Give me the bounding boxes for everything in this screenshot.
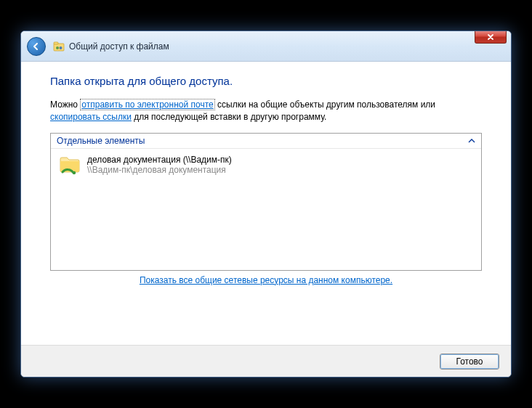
close-button[interactable]: [475, 30, 507, 44]
dialog-window: Общий доступ к файлам Папка открыта для …: [20, 30, 512, 378]
email-link[interactable]: отправить по электронной почте: [80, 99, 214, 110]
svg-point-4: [73, 171, 76, 174]
desc-text-mid: ссылки на общие объекты другим пользоват…: [215, 99, 435, 110]
desc-text-pre: Можно: [50, 99, 80, 110]
footer: Готово: [21, 345, 511, 377]
svg-rect-1: [54, 42, 58, 44]
item-title: деловая документация (\\Вадим-пк): [87, 155, 232, 165]
close-icon: [486, 33, 495, 41]
svg-point-3: [60, 46, 63, 49]
svg-point-2: [56, 46, 59, 49]
item-text: деловая документация (\\Вадим-пк) \\Вади…: [87, 153, 232, 175]
description-text: Можно отправить по электронной почте ссы…: [50, 99, 482, 124]
shared-item-row[interactable]: деловая документация (\\Вадим-пк) \\Вади…: [58, 153, 474, 176]
item-path: \\Вадим-пк\деловая документация: [87, 165, 232, 175]
titlebar: Общий доступ к файлам: [21, 31, 511, 62]
shared-folder-icon: [58, 153, 81, 176]
window-title: Общий доступ к файлам: [69, 41, 169, 52]
arrow-left-icon: [31, 41, 41, 52]
items-panel: Отдельные элементы: [50, 133, 482, 271]
svg-rect-0: [54, 44, 64, 51]
chevron-up-icon: [468, 136, 475, 144]
items-header-label: Отдельные элементы: [57, 136, 145, 146]
items-header[interactable]: Отдельные элементы: [51, 134, 481, 149]
copy-links-link[interactable]: скопировать ссылки: [50, 112, 132, 122]
items-body: деловая документация (\\Вадим-пк) \\Вади…: [51, 149, 481, 270]
view-all-shares-link[interactable]: Показать все общие сетевые ресурсы на да…: [140, 275, 392, 285]
desc-text-post: для последующей вставки в другую програм…: [132, 112, 326, 122]
share-files-icon: [53, 41, 65, 52]
content-area: Папка открыта для общего доступа. Можно …: [21, 62, 511, 295]
page-heading: Папка открыта для общего доступа.: [50, 75, 482, 87]
back-button[interactable]: [27, 37, 46, 56]
done-button[interactable]: Готово: [440, 354, 499, 370]
view-all-container: Показать все общие сетевые ресурсы на да…: [50, 275, 482, 285]
